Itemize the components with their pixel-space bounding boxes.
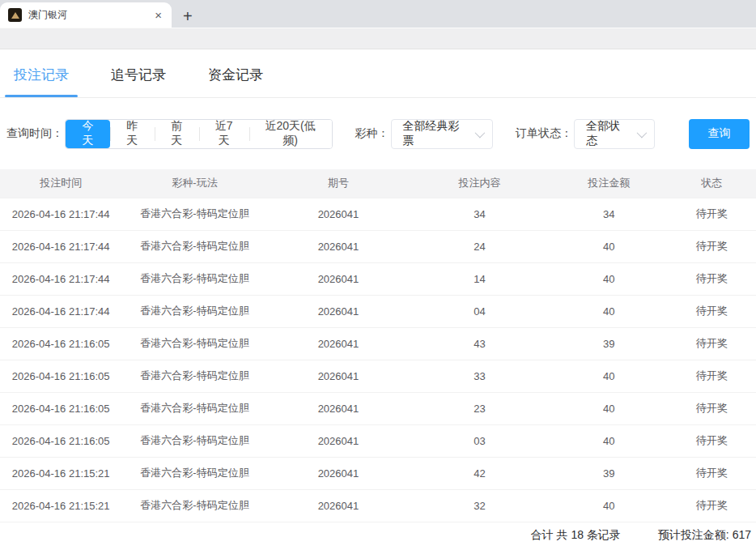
cell-bet-time: 2026-04-16 21:16:05 (0, 327, 121, 360)
header-bet-amount: 投注金额 (550, 169, 668, 198)
cell-bet-amount: 40 (550, 424, 668, 457)
tab-label: 追号记录 (111, 67, 166, 83)
table-row: 2026-04-16 21:15:21香港六合彩-特码定位胆2026041423… (0, 457, 756, 489)
cell-issue: 2026041 (268, 360, 410, 392)
records-table: 投注时间 彩种-玩法 期号 投注内容 投注金额 状态 2026-04-16 21… (0, 169, 756, 522)
cell-lottery-play: 香港六合彩-特码定位胆 (121, 360, 267, 392)
cell-issue: 2026041 (268, 457, 410, 489)
header-bet-content: 投注内容 (409, 169, 550, 198)
cell-bet-time: 2026-04-16 21:15:21 (0, 489, 121, 522)
tab-close-icon[interactable]: × (151, 7, 165, 23)
cell-issue: 2026041 (268, 262, 410, 295)
table-row: 2026-04-16 21:15:21香港六合彩-特码定位胆2026041324… (0, 489, 756, 522)
cell-bet-time: 2026-04-16 21:17:44 (0, 295, 121, 327)
cell-bet-time: 2026-04-16 21:16:05 (0, 360, 121, 392)
cell-lottery-play: 香港六合彩-特码定位胆 (121, 457, 267, 489)
cell-bet-content: 32 (409, 489, 550, 522)
status-select-value: 全部状态 (586, 119, 627, 148)
cell-status: 待开奖 (668, 295, 756, 327)
table-row: 2026-04-16 21:16:05香港六合彩-特码定位胆2026041234… (0, 392, 756, 424)
estimated-amount: 预计投注金额: 617 (658, 528, 751, 543)
table-row: 2026-04-16 21:17:44香港六合彩-特码定位胆2026041144… (0, 262, 756, 295)
cell-bet-time: 2026-04-16 21:15:21 (0, 457, 121, 489)
cell-lottery-play: 香港六合彩-特码定位胆 (121, 489, 267, 522)
new-tab-icon[interactable]: + (183, 8, 193, 24)
site-favicon-icon (8, 8, 22, 22)
cell-bet-amount: 40 (550, 230, 668, 262)
cell-issue: 2026041 (268, 198, 410, 230)
cell-lottery-play: 香港六合彩-特码定位胆 (121, 327, 267, 360)
header-issue: 期号 (268, 169, 410, 198)
cell-bet-content: 23 (409, 392, 550, 424)
cell-bet-content: 04 (409, 295, 550, 327)
cell-status: 待开奖 (668, 198, 756, 230)
records-tbody: 2026-04-16 21:17:44香港六合彩-特码定位胆2026041343… (0, 198, 756, 522)
time-range-group: 今天 昨天 前天 近7天 近20天(低频) (65, 119, 333, 149)
status-filter-label: 订单状态： (516, 126, 572, 141)
cell-status: 待开奖 (668, 360, 756, 392)
cell-bet-content: 42 (409, 457, 550, 489)
cell-bet-content: 24 (409, 230, 550, 262)
tab-fund-records[interactable]: 资金记录 (204, 66, 267, 97)
time-filter-label: 查询时间： (6, 126, 63, 141)
cell-issue: 2026041 (268, 424, 410, 457)
query-button[interactable]: 查询 (689, 119, 750, 149)
cell-bet-content: 14 (409, 262, 550, 295)
cell-lottery-play: 香港六合彩-特码定位胆 (121, 198, 267, 230)
cell-bet-content: 34 (409, 198, 550, 230)
table-header-row: 投注时间 彩种-玩法 期号 投注内容 投注金额 状态 (0, 169, 756, 198)
lottery-select-value: 全部经典彩票 (403, 119, 465, 148)
cell-issue: 2026041 (268, 489, 410, 522)
chevron-down-icon (637, 127, 648, 138)
table-row: 2026-04-16 21:16:05香港六合彩-特码定位胆2026041433… (0, 327, 756, 360)
cell-bet-time: 2026-04-16 21:16:05 (0, 392, 121, 424)
cell-status: 待开奖 (668, 424, 756, 457)
cell-bet-time: 2026-04-16 21:17:44 (0, 230, 121, 262)
cell-bet-content: 03 (409, 424, 550, 457)
time-option-20days[interactable]: 近20天(低频) (249, 120, 332, 148)
table-row: 2026-04-16 21:17:44香港六合彩-特码定位胆2026041343… (0, 198, 756, 230)
cell-bet-amount: 40 (550, 262, 668, 295)
cell-issue: 2026041 (268, 295, 410, 327)
cell-bet-amount: 39 (550, 457, 668, 489)
records-count: 合计 共 18 条记录 (531, 528, 621, 543)
cell-status: 待开奖 (668, 262, 756, 295)
cell-bet-time: 2026-04-16 21:17:44 (0, 262, 121, 295)
time-option-yesterday[interactable]: 昨天 (110, 120, 155, 148)
cell-bet-amount: 40 (550, 360, 668, 392)
cell-lottery-play: 香港六合彩-特码定位胆 (121, 295, 267, 327)
cell-lottery-play: 香港六合彩-特码定位胆 (121, 230, 267, 262)
cell-status: 待开奖 (668, 230, 756, 262)
cell-status: 待开奖 (668, 457, 756, 489)
header-bet-time: 投注时间 (0, 169, 121, 198)
cell-status: 待开奖 (668, 327, 756, 360)
cell-bet-content: 43 (409, 327, 550, 360)
chevron-down-icon (474, 127, 485, 138)
header-status: 状态 (668, 169, 756, 198)
cell-bet-amount: 40 (550, 295, 668, 327)
table-footer: 合计 共 18 条记录 预计投注金额: 617 (0, 522, 756, 549)
tab-bet-records[interactable]: 投注记录 (10, 66, 73, 97)
page-tabs: 投注记录 追号记录 资金记录 (0, 49, 756, 98)
cell-lottery-play: 香港六合彩-特码定位胆 (121, 424, 267, 457)
cell-lottery-play: 香港六合彩-特码定位胆 (121, 392, 267, 424)
cell-status: 待开奖 (668, 392, 756, 424)
tab-label: 投注记录 (14, 67, 69, 83)
tab-label: 资金记录 (208, 67, 263, 83)
cell-bet-amount: 39 (550, 327, 668, 360)
cell-bet-time: 2026-04-16 21:16:05 (0, 424, 121, 457)
cell-lottery-play: 香港六合彩-特码定位胆 (121, 262, 267, 295)
time-option-today[interactable]: 今天 (66, 120, 110, 148)
tab-chase-records[interactable]: 追号记录 (107, 66, 170, 97)
browser-tab-strip: 澳门银河 × + (0, 0, 756, 28)
cell-issue: 2026041 (268, 327, 410, 360)
table-row: 2026-04-16 21:17:44香港六合彩-特码定位胆2026041044… (0, 295, 756, 327)
cell-bet-amount: 34 (550, 198, 668, 230)
time-option-7days[interactable]: 近7天 (199, 120, 249, 148)
table-row: 2026-04-16 21:16:05香港六合彩-特码定位胆2026041334… (0, 360, 756, 392)
order-status-select[interactable]: 全部状态 (574, 119, 655, 149)
time-option-day-before[interactable]: 前天 (155, 120, 199, 148)
browser-tab[interactable]: 澳门银河 × (0, 2, 172, 28)
cell-status: 待开奖 (668, 489, 756, 522)
lottery-select[interactable]: 全部经典彩票 (391, 119, 493, 149)
